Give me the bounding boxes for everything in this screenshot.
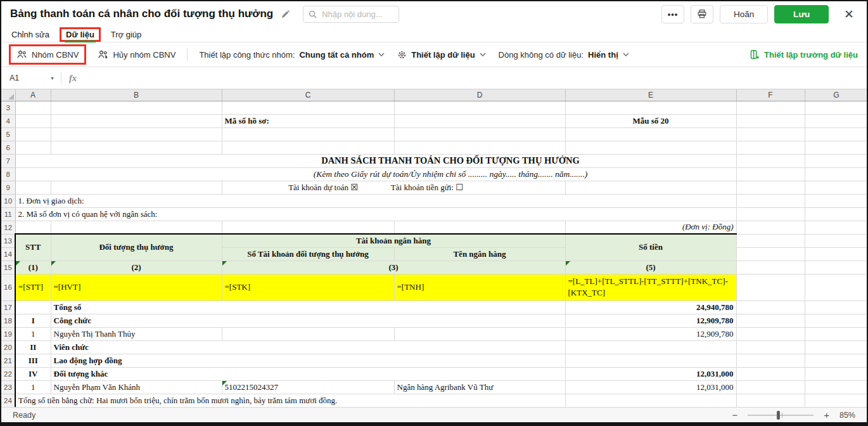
- cell[interactable]: [394, 127, 565, 141]
- row-header[interactable]: 11: [1, 207, 15, 221]
- row-header[interactable]: 22: [1, 367, 15, 380]
- account-budget-checkbox[interactable]: Tài khoản dự toán ☒: [288, 183, 358, 192]
- cell[interactable]: [736, 274, 805, 300]
- cell[interactable]: [805, 261, 867, 274]
- cell[interactable]: [736, 367, 805, 380]
- postpone-button[interactable]: Hoãn: [720, 5, 768, 23]
- cell[interactable]: [222, 221, 394, 234]
- th-ten-ngan-hang[interactable]: Tên ngân hàng: [394, 247, 565, 261]
- cell[interactable]: [565, 127, 736, 141]
- group-num-cell[interactable]: III: [15, 354, 51, 367]
- cell[interactable]: [805, 340, 867, 354]
- zoom-slider[interactable]: [748, 415, 814, 416]
- formula-hvt-cell[interactable]: =[HVT]: [51, 274, 222, 300]
- row-header[interactable]: 15: [1, 261, 15, 274]
- cell[interactable]: [565, 101, 736, 114]
- cell[interactable]: [51, 127, 222, 141]
- cell[interactable]: [222, 127, 394, 141]
- cell[interactable]: [736, 167, 805, 181]
- cell[interactable]: [805, 207, 867, 221]
- group-formula-dropdown[interactable]: Thiết lập công thức nhóm: Chung tất cả n…: [198, 48, 386, 62]
- cell[interactable]: [736, 221, 805, 234]
- cell[interactable]: [15, 181, 51, 194]
- account-deposit-checkbox[interactable]: Tài khoản tiền gửi: ☐: [391, 183, 463, 192]
- cell[interactable]: [565, 141, 736, 154]
- cell-reference-box[interactable]: A1 ▼: [1, 74, 61, 82]
- colnum-1[interactable]: (1): [15, 261, 51, 274]
- zoom-slider-handle[interactable]: [777, 411, 780, 420]
- person-amount-cell[interactable]: 12,031,000: [565, 380, 736, 394]
- row-header[interactable]: 5: [1, 127, 15, 141]
- person-name-cell[interactable]: Nguyễn Phạm Văn Khánh: [51, 380, 222, 394]
- cell[interactable]: [736, 261, 805, 274]
- row-header[interactable]: 10: [1, 194, 15, 207]
- unit-line-cell[interactable]: 1. Đơn vị giao dịch:: [15, 194, 736, 207]
- cell[interactable]: [736, 354, 805, 367]
- cell[interactable]: [805, 194, 867, 207]
- th-so-tien[interactable]: Số tiền: [565, 234, 736, 261]
- row-header[interactable]: 13: [1, 234, 15, 247]
- cell[interactable]: [394, 221, 565, 234]
- tab-chinh-sua[interactable]: Chỉnh sửa: [11, 30, 49, 39]
- cell[interactable]: [51, 101, 222, 114]
- group-amount-cell[interactable]: 12,031,000: [565, 367, 736, 380]
- data-setup-dropdown[interactable]: Thiết lập dữ liệu: [396, 48, 487, 62]
- th-so-tai-khoan[interactable]: Số Tài khoản đối tượng thụ hưởng: [222, 247, 394, 261]
- th-stt[interactable]: STT: [15, 234, 51, 261]
- print-button[interactable]: [691, 5, 713, 23]
- cell[interactable]: [565, 181, 736, 194]
- cell[interactable]: [736, 300, 805, 314]
- cell[interactable]: [222, 101, 394, 114]
- cell-ma-so-ho-so[interactable]: Mã số hồ sơ:: [222, 114, 394, 127]
- group-name-cell[interactable]: Công chức: [51, 314, 565, 327]
- formula-stk-cell[interactable]: =[STK]: [222, 274, 394, 300]
- cell[interactable]: [15, 300, 51, 314]
- unit-note-cell[interactable]: (Đơn vị: Đồng): [565, 221, 736, 234]
- row-header[interactable]: 23: [1, 380, 15, 394]
- search-input[interactable]: [321, 9, 393, 20]
- cell[interactable]: [736, 141, 805, 154]
- formula-stt-cell[interactable]: =[STT]: [15, 274, 51, 300]
- group-num-cell[interactable]: I: [15, 314, 51, 327]
- account-type-cell[interactable]: Tài khoản dự toán ☒Tài khoản tiền gửi: ☐: [222, 181, 565, 194]
- cell[interactable]: [222, 141, 394, 154]
- column-header-G[interactable]: G: [805, 89, 867, 101]
- cell[interactable]: [51, 141, 222, 154]
- cell[interactable]: [805, 154, 867, 167]
- field-setup-button[interactable]: Thiết lập trường dữ liệu: [748, 47, 859, 62]
- cell[interactable]: [394, 101, 565, 114]
- total-label-cell[interactable]: Tổng số: [51, 300, 565, 314]
- cell[interactable]: [805, 394, 867, 407]
- row-header[interactable]: 9: [1, 181, 15, 194]
- cell[interactable]: [736, 207, 805, 221]
- cell[interactable]: [51, 181, 222, 194]
- tab-du-lieu[interactable]: Dữ liệu: [60, 27, 101, 42]
- cell[interactable]: [805, 141, 867, 154]
- cell[interactable]: [736, 114, 805, 127]
- colnum-2[interactable]: (2): [51, 261, 222, 274]
- cell[interactable]: [805, 114, 867, 127]
- colnum-5[interactable]: (5): [565, 261, 736, 274]
- empty-rows-dropdown[interactable]: Dòng không có dữ liệu: Hiển thị: [497, 48, 630, 62]
- zoom-in-button[interactable]: +: [820, 410, 833, 420]
- cell[interactable]: [805, 327, 867, 340]
- save-button[interactable]: Lưu: [774, 5, 829, 23]
- group-num-cell[interactable]: II: [15, 340, 51, 354]
- cell[interactable]: [15, 221, 51, 234]
- cell[interactable]: [805, 300, 867, 314]
- cell[interactable]: [736, 394, 805, 407]
- close-icon[interactable]: ✕: [840, 8, 858, 21]
- person-bank-cell[interactable]: [394, 327, 565, 340]
- group-amount-cell[interactable]: [565, 340, 736, 354]
- tab-tro-giup[interactable]: Trợ giúp: [111, 30, 142, 39]
- row-header[interactable]: 3: [1, 101, 15, 114]
- total-amount-cell[interactable]: 24,940,780: [565, 300, 736, 314]
- row-header[interactable]: 12: [1, 221, 15, 234]
- edit-title-button[interactable]: [279, 8, 291, 20]
- cell[interactable]: [565, 394, 736, 407]
- group-num-cell[interactable]: IV: [15, 367, 51, 380]
- cell[interactable]: [805, 101, 867, 114]
- cell[interactable]: [736, 181, 805, 194]
- total-in-words-cell[interactable]: Tổng số tiền bằng chữ: Hai mươi bốn triệ…: [15, 394, 565, 407]
- person-num-cell[interactable]: 1: [15, 380, 51, 394]
